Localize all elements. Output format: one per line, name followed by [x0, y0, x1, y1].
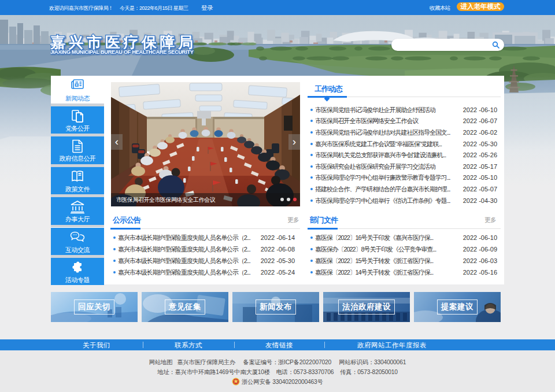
svg-text:嘉兴市医疗保障局: 嘉兴市医疗保障局: [50, 34, 197, 51]
svg-text:JIAXING MUNICIPAL BUREAU OF HE: JIAXING MUNICIPAL BUREAU OF HEALTHCARE S…: [50, 49, 194, 55]
